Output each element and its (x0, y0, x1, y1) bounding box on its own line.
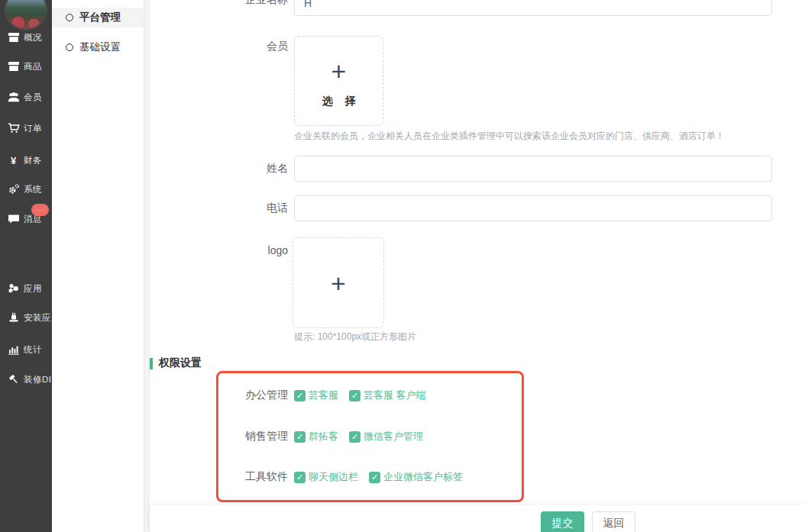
install-app-icon (7, 311, 20, 324)
messages-badge: ... (31, 204, 49, 216)
submit-button[interactable]: 提交 (541, 511, 584, 532)
permission-group-tools: 工具软件 ✓ 聊天侧边栏 ✓ 企业微信客户标签 (150, 470, 463, 484)
sidebar-item-label: 财务 (24, 155, 42, 166)
member-label: 会员 (150, 40, 288, 53)
submenu-item-label: 基础设置 (79, 40, 121, 54)
circle-icon (66, 14, 73, 21)
plus-icon: + (331, 58, 347, 84)
stats-icon (7, 343, 20, 356)
main-sidebar: 概况 商品 会员 订单 ¥ 财务 (0, 0, 52, 532)
apps-icon (7, 282, 20, 295)
back-button[interactable]: 返回 (592, 511, 635, 532)
sidebar-item-label: 商品 (24, 61, 42, 73)
phone-label: 电话 (150, 202, 288, 215)
sidebar-item-overview[interactable]: 概况 (0, 30, 52, 45)
sidebar-item-label: 系统 (24, 184, 42, 195)
submenu-item-basic-settings[interactable]: 基础设置 (52, 37, 144, 57)
checkbox-option[interactable]: ✓ 聊天侧边栏 (294, 470, 358, 484)
diy-icon (7, 373, 20, 385)
checkbox-checked-icon[interactable]: ✓ (294, 431, 306, 443)
sidebar-item-decorate-diy[interactable]: 装修DIY (0, 372, 52, 387)
phone-input[interactable] (294, 195, 772, 221)
member-select-label: 选 择 (318, 95, 360, 108)
sidebar-item-members[interactable]: 会员 (0, 89, 52, 105)
checkbox-checked-icon[interactable]: ✓ (369, 472, 380, 483)
checkbox-checked-icon[interactable]: ✓ (349, 431, 360, 443)
sidebar-item-apps[interactable]: 应用 (0, 281, 52, 296)
orders-icon (7, 122, 20, 134)
checkbox-checked-icon[interactable]: ✓ (294, 390, 306, 401)
circle-icon (66, 44, 73, 51)
permission-group-label: 办公管理 (150, 389, 288, 402)
permission-group-sales: 销售管理 ✓ 群拓客 ✓ 微信客户管理 (150, 430, 423, 443)
company-name-input[interactable] (294, 0, 772, 16)
overview-icon (7, 31, 20, 44)
products-icon (7, 60, 20, 73)
sidebar-item-label: 统计 (24, 344, 42, 356)
plus-icon: + (331, 270, 346, 296)
checkbox-option[interactable]: ✓ 群拓客 (294, 430, 338, 443)
checkbox-checked-icon[interactable]: ✓ (349, 390, 360, 401)
app-window: 概况 商品 会员 订单 ¥ 财务 (0, 0, 805, 532)
section-bar-icon (150, 358, 153, 369)
main-content: 企业名称 会员 + 选 择 企业关联的会员，企业相关人员在企业类插件管理中可以搜… (150, 0, 805, 532)
logo-hint-text: 提示: 100*100px或正方形图片 (294, 330, 416, 343)
logo-upload-box[interactable]: + (293, 237, 384, 328)
sidebar-item-label: 概况 (24, 32, 42, 44)
sidebar-item-label: 订单 (24, 123, 42, 134)
sidebar-item-orders[interactable]: 订单 (0, 121, 52, 136)
sidebar-item-label: 会员 (24, 92, 42, 103)
scrollbar-track[interactable] (144, 0, 150, 532)
secondary-sidebar: 平台管理 基础设置 (52, 0, 144, 532)
message-icon (7, 213, 20, 225)
permission-options: ✓ 聊天侧边栏 ✓ 企业微信客户标签 (294, 470, 463, 484)
permissions-section-header: 权限设置 (150, 356, 202, 370)
sidebar-item-finance[interactable]: ¥ 财务 (0, 153, 52, 168)
member-select-box[interactable]: + 选 择 (294, 36, 383, 126)
system-icon (7, 183, 20, 195)
permission-options: ✓ 群拓客 ✓ 微信客户管理 (294, 430, 423, 443)
checkbox-checked-icon[interactable]: ✓ (294, 472, 306, 483)
finance-icon: ¥ (7, 154, 20, 166)
sidebar-item-install-apps[interactable]: 安装应用 (0, 310, 52, 325)
checkbox-option[interactable]: ✓ 企业微信客户标签 (369, 470, 463, 484)
members-icon (7, 91, 20, 103)
name-label: 姓名 (150, 162, 288, 176)
sidebar-item-system[interactable]: 系统 (0, 182, 52, 197)
sidebar-item-products[interactable]: 商品 (0, 59, 52, 74)
submenu-item-platform-management[interactable]: 平台管理 (52, 8, 144, 27)
member-help-text: 企业关联的会员，企业相关人员在企业类插件管理中可以搜索该企业会员对应的门店、供应… (294, 130, 725, 143)
checkbox-option[interactable]: ✓ 芸客服 客户端 (349, 389, 426, 402)
company-name-label: 企业名称 (150, 0, 288, 7)
permission-group-office: 办公管理 ✓ 芸客服 ✓ 芸客服 客户端 (150, 389, 426, 402)
checkbox-option[interactable]: ✓ 微信客户管理 (349, 430, 423, 443)
permission-group-label: 工具软件 (150, 470, 288, 484)
name-input[interactable] (294, 156, 772, 182)
permission-group-label: 销售管理 (150, 430, 288, 443)
logo-label: logo (150, 244, 288, 256)
permissions-title: 权限设置 (159, 356, 202, 370)
avatar[interactable] (6, 0, 46, 29)
sidebar-item-label: 应用 (24, 283, 42, 295)
checkbox-option[interactable]: ✓ 芸客服 (294, 389, 338, 402)
footer-bar: 提交 返回 (150, 505, 805, 532)
submenu-item-label: 平台管理 (79, 11, 121, 24)
permission-options: ✓ 芸客服 ✓ 芸客服 客户端 (294, 389, 426, 402)
sidebar-item-statistics[interactable]: 统计 (0, 342, 52, 357)
